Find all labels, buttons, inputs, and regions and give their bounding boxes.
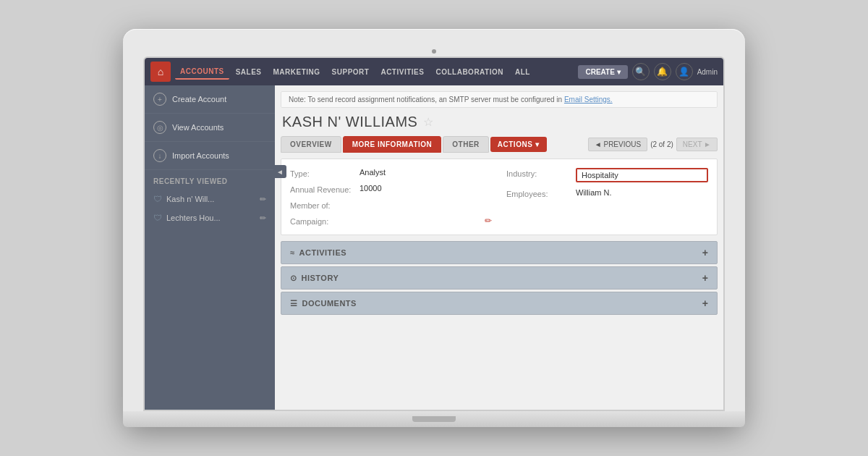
recent-item-0-label: Kash n' Will... [166, 195, 255, 203]
actions-label: ACTIONS [498, 140, 533, 148]
user-icon[interactable]: 👤 [676, 63, 693, 80]
activities-expand-icon[interactable]: + [702, 247, 708, 258]
member-label: Member of: [290, 200, 355, 210]
tab-more-information[interactable]: MORE INFORMATION [343, 136, 442, 153]
type-value: Analyst [359, 168, 492, 177]
email-settings-link[interactable]: Email Settings. [564, 96, 613, 104]
recently-viewed-header: Recently Viewed [145, 170, 275, 190]
history-section-icon: ⊙ [290, 274, 297, 283]
create-account-icon: + [153, 93, 166, 106]
sidebar: + Create Account ◎ View Accounts ↓ Impor… [145, 85, 275, 410]
campaign-edit-icon[interactable]: ✏ [485, 216, 492, 226]
nav-right-actions: CREATE ▾ 🔍 🔔 👤 Admin [578, 63, 718, 80]
activities-section[interactable]: ≈ ACTIVITIES + [281, 241, 718, 264]
favorite-star-icon[interactable]: ☆ [423, 115, 433, 129]
account-name: KASH N' WILLIAMS [282, 114, 417, 130]
create-account-label: Create Account [172, 95, 226, 104]
search-icon[interactable]: 🔍 [632, 63, 650, 80]
tab-bar: OVERVIEW MORE INFORMATION OTHER ACTIONS … [281, 136, 718, 153]
home-button[interactable]: ⌂ [150, 62, 171, 82]
field-grid: Type: Analyst Annual Revenue: 10000 Memb… [290, 168, 708, 226]
documents-section-icon: ☰ [290, 299, 298, 308]
view-accounts-icon: ◎ [153, 121, 166, 134]
admin-label: Admin [697, 68, 718, 76]
activities-section-label: ACTIVITIES [299, 248, 347, 257]
next-button[interactable]: NEXT ► [676, 138, 718, 151]
field-member: Member of: [290, 200, 492, 210]
recent-item-1-label: Lechters Hou... [166, 214, 255, 222]
fields-right: Industry: Hospitality Employees: William… [506, 168, 708, 226]
employees-label: Employees: [506, 188, 571, 198]
content-area: Note: To send record assignment notifica… [275, 85, 723, 410]
view-accounts-label: View Accounts [172, 123, 224, 132]
view-accounts-item[interactable]: ◎ View Accounts [145, 114, 275, 142]
activities-section-icon: ≈ [290, 248, 295, 257]
nav-marketing[interactable]: MARKETING [268, 65, 326, 79]
field-campaign: Campaign: ✏ [290, 216, 492, 226]
industry-value: Hospitality [576, 168, 708, 182]
history-section-label: HISTORY [302, 274, 339, 282]
nav-activities[interactable]: ACTIVITIES [375, 65, 429, 79]
field-industry: Industry: Hospitality [506, 168, 708, 182]
import-accounts-icon: ↓ [153, 149, 166, 162]
recent-item-0-icon: 🛡 [153, 194, 162, 204]
nav-items: ACCOUNTS SALES MARKETING SUPPORT ACTIVIT… [175, 64, 578, 80]
nav-support[interactable]: SUPPORT [327, 65, 375, 79]
create-button[interactable]: CREATE ▾ [578, 65, 627, 79]
nav-sales[interactable]: SALES [231, 65, 267, 79]
field-type: Type: Analyst [290, 168, 492, 178]
employees-value: William N. [576, 188, 708, 197]
field-employees: Employees: William N. [506, 188, 708, 198]
revenue-value: 10000 [359, 184, 492, 193]
recent-item-1-edit[interactable]: ✏ [260, 214, 266, 223]
actions-button[interactable]: ACTIONS ▾ [490, 137, 547, 152]
recent-item-1[interactable]: 🛡 Lechters Hou... ✏ [145, 208, 275, 227]
fields-left: Type: Analyst Annual Revenue: 10000 Memb… [290, 168, 492, 226]
previous-button[interactable]: ◄ PREVIOUS [588, 138, 647, 151]
import-accounts-label: Import Accounts [172, 151, 229, 160]
actions-arrow-icon: ▾ [535, 140, 540, 148]
campaign-label: Campaign: [290, 216, 355, 226]
import-accounts-item[interactable]: ↓ Import Accounts [145, 142, 275, 170]
recent-item-0[interactable]: 🛡 Kash n' Will... ✏ [145, 190, 275, 208]
nav-collaboration[interactable]: COLLABORATION [430, 65, 509, 79]
documents-expand-icon[interactable]: + [702, 297, 708, 309]
note-text: Note: To send record assignment notifica… [289, 96, 564, 104]
tab-other[interactable]: OTHER [443, 136, 489, 153]
revenue-label: Annual Revenue: [290, 184, 355, 194]
nav-all[interactable]: ALL [510, 65, 535, 79]
nav-accounts[interactable]: ACCOUNTS [175, 64, 229, 80]
note-banner: Note: To send record assignment notifica… [281, 91, 718, 108]
main-layout: + Create Account ◎ View Accounts ↓ Impor… [145, 85, 723, 410]
history-expand-icon[interactable]: + [702, 272, 708, 284]
notifications-icon[interactable]: 🔔 [654, 63, 671, 80]
pagination: ◄ PREVIOUS (2 of 2) NEXT ► [588, 138, 718, 151]
type-label: Type: [290, 168, 355, 178]
sidebar-collapse-button[interactable]: ◄ [273, 165, 286, 178]
recent-item-1-icon: 🛡 [153, 213, 162, 223]
create-account-item[interactable]: + Create Account [145, 85, 275, 114]
detail-card: Type: Analyst Annual Revenue: 10000 Memb… [281, 159, 718, 235]
top-navigation: ⌂ ACCOUNTS SALES MARKETING SUPPORT ACTIV… [145, 58, 723, 85]
field-revenue: Annual Revenue: 10000 [290, 184, 492, 194]
account-header: KASH N' WILLIAMS ☆ [281, 114, 718, 130]
pagination-count: (2 of 2) [650, 140, 673, 148]
tab-overview[interactable]: OVERVIEW [281, 136, 341, 153]
documents-section[interactable]: ☰ DOCUMENTS + [281, 292, 718, 315]
documents-section-label: DOCUMENTS [302, 299, 357, 308]
history-section[interactable]: ⊙ HISTORY + [281, 266, 718, 290]
recent-item-0-edit[interactable]: ✏ [260, 195, 266, 204]
industry-label: Industry: [506, 168, 571, 178]
